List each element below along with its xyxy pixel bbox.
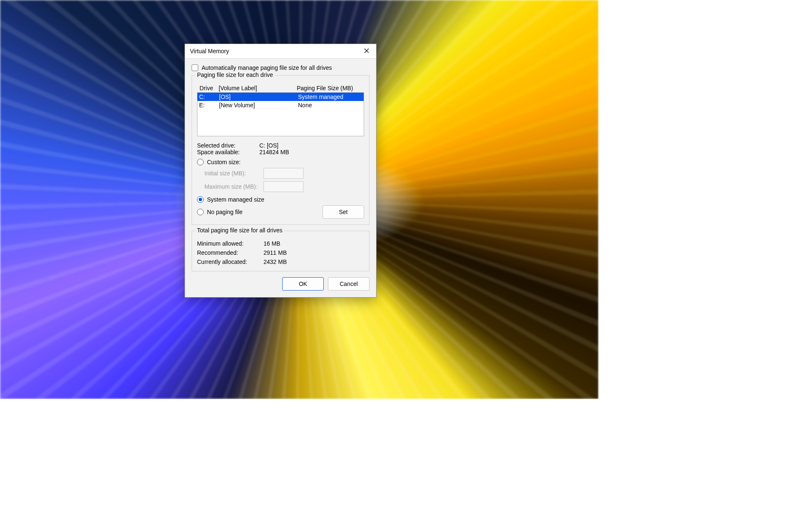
drive-row[interactable]: E: [New Volume] None bbox=[197, 101, 364, 109]
drive-header-pfs: Paging File Size (MB) bbox=[297, 85, 363, 91]
maximum-size-label: Maximum size (MB): bbox=[204, 183, 259, 190]
selected-drive-value: C: [OS] bbox=[259, 142, 278, 149]
no-paging-radio-row: No paging file bbox=[197, 205, 243, 219]
dialog-body: Automatically manage paging file size fo… bbox=[185, 59, 376, 297]
recommended-label: Recommended: bbox=[197, 249, 264, 256]
minimum-allowed-label: Minimum allowed: bbox=[197, 240, 264, 247]
system-managed-radio-row: System managed size bbox=[197, 196, 364, 203]
window-close-button[interactable] bbox=[360, 45, 374, 57]
totals-group-title: Total paging file size for all drives bbox=[195, 227, 284, 234]
ok-button[interactable]: OK bbox=[282, 277, 324, 291]
set-button[interactable]: Set bbox=[323, 205, 364, 219]
auto-manage-row: Automatically manage paging file size fo… bbox=[192, 64, 369, 71]
maximum-size-row: Maximum size (MB): bbox=[204, 181, 364, 192]
initial-size-label: Initial size (MB): bbox=[204, 170, 259, 177]
drive-list[interactable]: C: [OS] System managed E: [New Volume] N… bbox=[197, 92, 364, 136]
initial-size-input[interactable] bbox=[264, 168, 303, 179]
totals-group: Total paging file size for all drives Mi… bbox=[192, 231, 369, 271]
per-drive-group-title: Paging file size for each drive bbox=[195, 71, 275, 78]
close-icon bbox=[364, 48, 369, 54]
drive-row[interactable]: C: [OS] System managed bbox=[197, 93, 364, 101]
drive-letter: C: bbox=[199, 93, 219, 101]
recommended-value: 2911 MB bbox=[264, 249, 287, 256]
minimum-allowed-value: 16 MB bbox=[264, 240, 280, 247]
currently-allocated-value: 2432 MB bbox=[264, 259, 287, 265]
drive-volume: [OS] bbox=[219, 93, 298, 101]
dialog-footer: OK Cancel bbox=[192, 277, 369, 291]
system-managed-radio[interactable] bbox=[197, 196, 204, 203]
no-paging-label: No paging file bbox=[207, 209, 243, 215]
titlebar: Virtual Memory bbox=[185, 44, 376, 59]
per-drive-group: Paging file size for each drive Drive [V… bbox=[192, 75, 369, 225]
drive-header-drive: Drive bbox=[200, 85, 219, 91]
drive-pfs: System managed bbox=[298, 93, 364, 101]
auto-manage-checkbox[interactable] bbox=[192, 64, 198, 71]
radio-dot-icon bbox=[199, 198, 202, 201]
space-available-label: Space available: bbox=[197, 149, 259, 155]
drive-header-volume: [Volume Label] bbox=[219, 85, 297, 91]
space-available-value: 214824 MB bbox=[259, 149, 289, 155]
custom-size-radio-row: Custom size: bbox=[197, 159, 364, 165]
auto-manage-label: Automatically manage paging file size fo… bbox=[202, 64, 332, 71]
drive-letter: E: bbox=[199, 101, 219, 109]
selected-drive-label: Selected drive: bbox=[197, 142, 259, 149]
custom-size-radio[interactable] bbox=[197, 159, 204, 165]
window-title: Virtual Memory bbox=[190, 48, 229, 54]
drive-volume: [New Volume] bbox=[219, 101, 298, 109]
virtual-memory-dialog: Virtual Memory Automatically manage pagi… bbox=[185, 44, 377, 298]
custom-size-label: Custom size: bbox=[207, 159, 241, 165]
drive-pfs: None bbox=[298, 101, 364, 109]
cancel-button[interactable]: Cancel bbox=[328, 277, 369, 291]
system-managed-label: System managed size bbox=[207, 196, 264, 203]
drive-list-header: Drive [Volume Label] Paging File Size (M… bbox=[197, 85, 364, 92]
no-paging-radio[interactable] bbox=[197, 209, 204, 215]
currently-allocated-label: Currently allocated: bbox=[197, 259, 264, 265]
maximum-size-input[interactable] bbox=[264, 181, 303, 192]
initial-size-row: Initial size (MB): bbox=[204, 168, 364, 179]
selected-drive-info: Selected drive: C: [OS] Space available:… bbox=[197, 142, 364, 155]
